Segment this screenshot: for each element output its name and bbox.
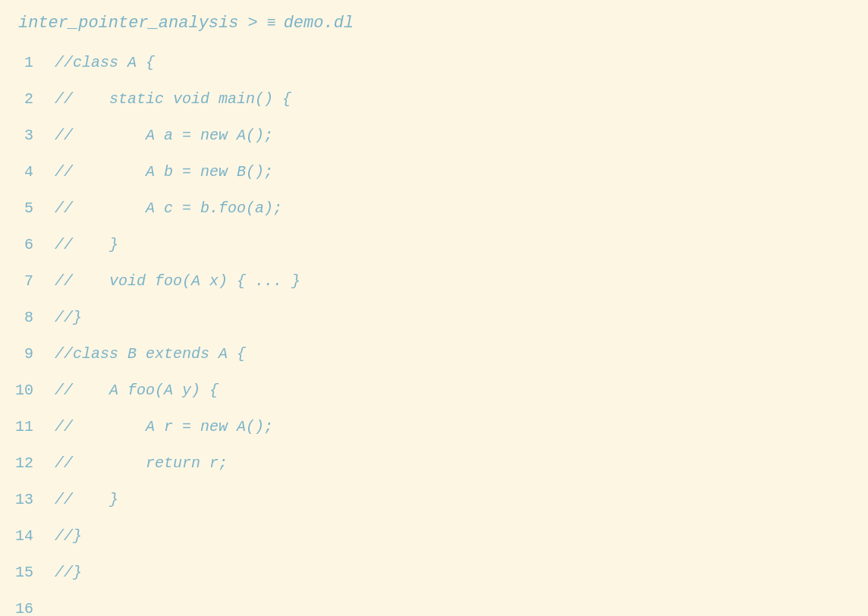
line-number: 16 bbox=[0, 592, 55, 616]
line-content[interactable]: // } bbox=[55, 483, 118, 517]
line-number: 2 bbox=[0, 83, 55, 116]
code-line: 11// A r = new A(); bbox=[0, 409, 868, 445]
line-content[interactable]: //} bbox=[55, 556, 82, 589]
line-number: 1 bbox=[0, 46, 55, 80]
line-content[interactable]: //} bbox=[55, 520, 82, 553]
file-icon: ≡ bbox=[267, 14, 276, 32]
line-number: 9 bbox=[0, 338, 55, 371]
line-number: 15 bbox=[0, 556, 55, 589]
line-content[interactable]: // A a = new A(); bbox=[55, 119, 273, 152]
line-number: 8 bbox=[0, 301, 55, 335]
line-number: 7 bbox=[0, 265, 55, 298]
code-line: 12// return r; bbox=[0, 445, 868, 482]
code-line: 3// A a = new A(); bbox=[0, 118, 868, 154]
code-line: 16 bbox=[0, 591, 868, 616]
line-number: 12 bbox=[0, 447, 55, 480]
line-content[interactable]: // void foo(A x) { ... } bbox=[55, 265, 300, 298]
line-content[interactable]: // A foo(A y) { bbox=[55, 374, 219, 407]
editor-container: inter_pointer_analysis > ≡ demo.dl 1//cl… bbox=[0, 0, 868, 616]
line-content[interactable]: //class A { bbox=[55, 46, 155, 80]
code-line: 9//class B extends A { bbox=[0, 336, 868, 372]
line-number: 5 bbox=[0, 192, 55, 225]
code-line: 4// A b = new B(); bbox=[0, 154, 868, 190]
line-content[interactable]: // } bbox=[55, 228, 118, 262]
line-number: 6 bbox=[0, 228, 55, 262]
code-line: 14//} bbox=[0, 518, 868, 555]
code-area: 1//class A {2// static void main() {3// … bbox=[0, 42, 868, 616]
line-number: 3 bbox=[0, 119, 55, 152]
breadcrumb-separator: > bbox=[247, 14, 257, 33]
line-content[interactable]: // static void main() { bbox=[55, 83, 291, 116]
breadcrumb: inter_pointer_analysis > ≡ demo.dl bbox=[0, 0, 868, 42]
code-line: 1//class A { bbox=[0, 45, 868, 81]
code-line: 13// } bbox=[0, 482, 868, 518]
breadcrumb-file[interactable]: demo.dl bbox=[284, 14, 354, 33]
line-content[interactable]: //class B extends A { bbox=[55, 338, 246, 371]
line-content[interactable]: // return r; bbox=[55, 447, 228, 480]
code-line: 7// void foo(A x) { ... } bbox=[0, 263, 868, 300]
line-number: 14 bbox=[0, 520, 55, 553]
line-number: 13 bbox=[0, 483, 55, 517]
code-line: 6// } bbox=[0, 227, 868, 263]
line-content[interactable]: // A r = new A(); bbox=[55, 410, 273, 444]
code-line: 8//} bbox=[0, 300, 868, 336]
code-line: 10// A foo(A y) { bbox=[0, 372, 868, 409]
line-content[interactable]: // A b = new B(); bbox=[55, 156, 273, 189]
breadcrumb-project[interactable]: inter_pointer_analysis bbox=[18, 14, 238, 33]
line-content[interactable]: //} bbox=[55, 301, 82, 335]
line-number: 10 bbox=[0, 374, 55, 407]
line-content[interactable]: // A c = b.foo(a); bbox=[55, 192, 282, 225]
code-line: 2// static void main() { bbox=[0, 81, 868, 118]
code-line: 5// A c = b.foo(a); bbox=[0, 190, 868, 227]
line-number: 11 bbox=[0, 410, 55, 444]
line-number: 4 bbox=[0, 156, 55, 189]
code-line: 15//} bbox=[0, 555, 868, 591]
